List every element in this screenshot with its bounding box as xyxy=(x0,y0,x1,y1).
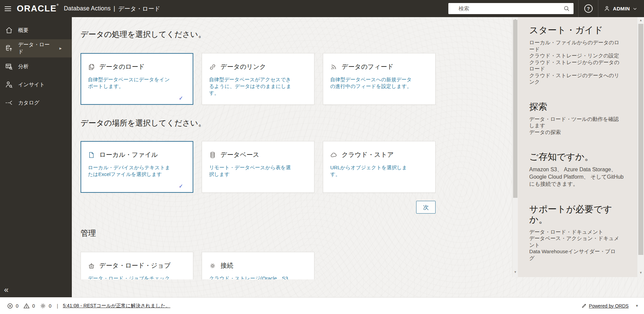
process-cards-row: データのロード 自律型データベースにデータをインポートします。 ✓ データのリン… xyxy=(81,53,436,105)
card-title: ローカル・ファイル xyxy=(99,150,158,159)
help-scrollbar-thumb[interactable] xyxy=(638,24,643,255)
sidebar-item-label: 概要 xyxy=(18,27,29,34)
link-icon xyxy=(209,63,216,71)
cloud-icon xyxy=(330,151,337,159)
main-scrollbar-thumb[interactable] xyxy=(513,20,517,198)
card-description: URLからオブジェクトを選択します。 xyxy=(330,164,415,178)
next-button[interactable]: 次 xyxy=(416,201,436,214)
help-heading-explore: 探索 xyxy=(529,102,621,112)
file-icon xyxy=(88,151,95,159)
gear-icon xyxy=(209,262,216,269)
help-panel-scrollbar[interactable]: ▲ ▼ xyxy=(637,17,644,277)
ords-pen-icon xyxy=(581,303,587,309)
sidebar-item-label: 分析 xyxy=(18,63,29,70)
hamburger-menu-icon[interactable] xyxy=(0,0,15,17)
help-link[interactable]: クラウド・ストレージのデータへのリンク xyxy=(529,72,621,85)
card-description: クラウド・ストレージ(Oracle、S3 xyxy=(209,275,294,279)
app-header: ORACLE® Database Actions | データ・ロード ? ADM… xyxy=(0,0,644,17)
scroll-down-icon[interactable]: ▼ xyxy=(637,271,644,274)
status-divider: | xyxy=(57,303,58,309)
help-link[interactable]: データの探索 xyxy=(529,129,621,136)
card-link-data[interactable]: データのリンク 自律型データベースがアクセスできるように、データはそのままにしま… xyxy=(202,53,314,105)
help-link[interactable]: Data Warehouseインサイダー・ブログ xyxy=(529,248,621,261)
help-link[interactable]: データ・ロード・ツールの動作を確認します xyxy=(529,116,621,129)
help-link[interactable]: データベース・アクション・ドキュメント xyxy=(529,235,621,248)
card-cloud-store[interactable]: クラウド・ストア URLからオブジェクトを選択します。 xyxy=(323,141,436,193)
main-scrollbar[interactable]: ▲ ▼ xyxy=(512,17,518,277)
processes-count: 0 xyxy=(49,303,51,309)
registered-mark: ® xyxy=(57,3,59,6)
status-bar: 0 0 0 | 5:41:08 - RESTコールが正常に解決されました。 Po… xyxy=(0,297,644,314)
sidebar-item-label: インサイト xyxy=(18,81,45,88)
card-description: 自律型データベースにデータをインポートします。 xyxy=(88,76,172,90)
user-menu[interactable]: ADMIN xyxy=(598,0,644,17)
home-icon xyxy=(5,26,13,34)
sidebar-item-insights[interactable]: インサイト xyxy=(0,76,72,94)
powered-by-ords-link[interactable]: Powered by ORDS xyxy=(589,303,629,309)
sidebar: 概要 データ・ロード ▶ 分析 インサイト カタログ « xyxy=(0,17,72,297)
card-connections[interactable]: 接続 クラウド・ストレージ(Oracle、S3 xyxy=(202,252,314,279)
card-title: データのロード xyxy=(99,62,145,71)
chevron-down-icon xyxy=(633,6,637,11)
insights-icon xyxy=(5,81,13,89)
errors-icon[interactable] xyxy=(7,303,13,309)
admin-cards-row: データ・ロード・ジョブ データ・ロード・ジョブをチェック 接続 クラウド・ストレ… xyxy=(81,252,332,279)
sidebar-item-label: カタログ xyxy=(18,99,39,106)
global-search[interactable] xyxy=(448,3,574,14)
sidebar-item-data-load[interactable]: データ・ロード ▶ xyxy=(0,39,72,57)
status-message-link[interactable]: 5:41:08 - RESTコールが正常に解決されました。 xyxy=(63,303,170,309)
help-link[interactable]: クラウド・ストレージ・リンクの設定 xyxy=(529,52,621,59)
help-heading-did-you-know: ご存知ですか。 xyxy=(529,152,621,162)
sidebar-collapse-button[interactable]: « xyxy=(4,286,8,294)
page-title: データ・ロード xyxy=(118,5,160,13)
title-separator: | xyxy=(114,5,115,12)
card-description: ローカル・デバイスからテキストまたはExcelファイルを選択します xyxy=(88,164,172,178)
card-title: データベース xyxy=(220,150,259,159)
active-item-arrow-icon: ▶ xyxy=(59,47,62,50)
main-content: データの処理を選択してください。 データのロード 自律型データベースにデータをイ… xyxy=(72,17,644,297)
help-link[interactable]: データ・ロード・ドキュメント xyxy=(529,229,621,235)
scroll-down-icon[interactable]: ▼ xyxy=(635,304,639,308)
card-description: データ・ロード・ジョブをチェック xyxy=(88,275,172,279)
search-icon[interactable] xyxy=(563,5,570,12)
sidebar-item-overview[interactable]: 概要 xyxy=(0,21,72,39)
help-heading-getting-started: スタート・ガイド xyxy=(529,25,621,36)
section-title-process: データの処理を選択してください。 xyxy=(81,29,206,40)
section-title-admin: 管理 xyxy=(81,228,96,238)
card-local-file[interactable]: ローカル・ファイル ローカル・デバイスからテキストまたはExcelファイルを選択… xyxy=(81,141,193,193)
card-data-load-jobs[interactable]: データ・ロード・ジョブ データ・ロード・ジョブをチェック xyxy=(81,252,193,279)
database-icon xyxy=(209,151,216,159)
card-title: データ・ロード・ジョブ xyxy=(99,261,170,270)
sidebar-item-analytics[interactable]: 分析 xyxy=(0,57,72,76)
analytics-icon xyxy=(5,62,13,71)
help-icon: ? xyxy=(584,4,593,13)
processes-gear-icon[interactable] xyxy=(40,303,46,309)
scroll-down-icon[interactable]: ▼ xyxy=(512,270,518,274)
card-title: 接続 xyxy=(220,261,233,270)
card-title: クラウド・ストア xyxy=(342,150,394,159)
user-icon xyxy=(604,5,610,12)
scroll-up-icon[interactable]: ▲ xyxy=(637,18,644,22)
help-link[interactable]: ローカル・ファイルからのデータのロード xyxy=(529,39,621,52)
admin-cards-clip: データ・ロード・ジョブ データ・ロード・ジョブをチェック 接続 クラウド・ストレ… xyxy=(81,252,332,279)
card-description: 自律型データベースがアクセスできるように、データはそのままにします。 xyxy=(209,76,294,96)
help-text: Amazon S3、 Azure Data Storage、 Google Cl… xyxy=(529,166,626,188)
warnings-count: 0 xyxy=(32,303,35,309)
help-heading-need-support: サポートが必要ですか。 xyxy=(529,204,621,225)
help-link[interactable]: クラウド・ストレージからのデータのロード xyxy=(529,59,621,72)
data-load-icon xyxy=(5,44,13,52)
card-feed-data[interactable]: データのフィード 自律型データベースへの新規データの進行中のフィードを設定します… xyxy=(323,53,436,105)
card-description: 自律型データベースへの新規データの進行中のフィードを設定します。 xyxy=(330,76,415,90)
card-load-data[interactable]: データのロード 自律型データベースにデータをインポートします。 ✓ xyxy=(81,53,193,105)
card-database[interactable]: データベース リモート・データベースから表を選択します xyxy=(202,141,314,193)
oracle-logo: ORACLE® xyxy=(17,3,59,14)
section-title-location: データの場所を選択してください。 xyxy=(81,118,206,128)
feed-icon xyxy=(330,63,337,71)
location-cards-row: ローカル・ファイル ローカル・デバイスからテキストまたはExcelファイルを選択… xyxy=(81,141,436,193)
catalog-icon xyxy=(5,99,13,107)
help-button[interactable]: ? xyxy=(579,0,598,17)
search-input[interactable] xyxy=(458,6,563,12)
sidebar-item-catalog[interactable]: カタログ xyxy=(0,94,72,112)
warnings-icon[interactable] xyxy=(23,303,30,309)
card-description: リモート・データベースから表を選択します xyxy=(209,164,294,178)
